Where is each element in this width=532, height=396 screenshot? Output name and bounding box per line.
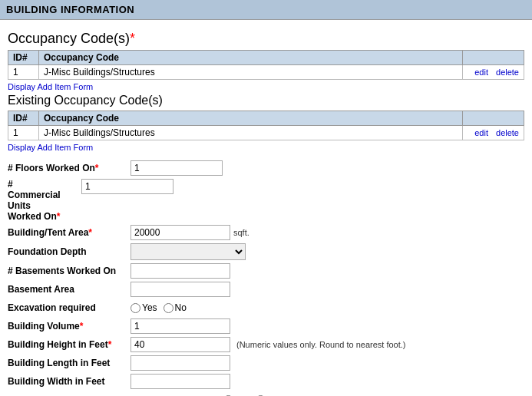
floors-worked-on-row: # Floors Worked On* xyxy=(8,160,524,176)
building-volume-label: Building Volume* xyxy=(8,321,131,332)
basements-worked-on-row: # Basements Worked On xyxy=(8,263,524,279)
existing-col-actions xyxy=(463,111,524,126)
building-tent-area-unit: sqft. xyxy=(233,228,249,237)
building-height-input[interactable] xyxy=(131,337,230,352)
page-header: BUILDING INFORMATION xyxy=(0,0,532,20)
basements-worked-on-label: # Basements Worked On xyxy=(8,266,131,276)
excavation-no-label: No xyxy=(175,302,187,313)
occupancy-add-link-container: Display Add Item Form xyxy=(8,81,524,92)
occupancy-table-row: 1 J-Misc Buildings/Structures edit delet… xyxy=(8,65,524,80)
basement-area-input[interactable] xyxy=(131,282,230,297)
existing-add-item-link[interactable]: Display Add Item Form xyxy=(8,143,93,152)
building-width-label: Building Width in Feet xyxy=(8,376,131,387)
building-volume-input[interactable] xyxy=(131,318,230,334)
building-tent-area-label: Building/Tent Area* xyxy=(8,227,131,238)
commercial-units-input[interactable] xyxy=(81,179,173,194)
commercial-label-line1: # xyxy=(8,179,61,190)
building-volume-row: Building Volume* xyxy=(8,318,524,334)
existing-col-id: ID# xyxy=(8,111,39,126)
occupancy-section-title: Occupancy Code(s)* xyxy=(8,31,524,47)
occupancy-col-id: ID# xyxy=(8,51,39,65)
existing-occupancy-table-row: 1 J-Misc Buildings/Structures edit delet… xyxy=(8,126,524,140)
basement-area-row: Basement Area xyxy=(8,282,524,297)
occupancy-add-item-link[interactable]: Display Add Item Form xyxy=(8,82,93,91)
existing-add-link-container: Display Add Item Form xyxy=(8,142,524,153)
existing-col-code: Occupancy Code xyxy=(39,111,463,126)
floors-worked-on-input[interactable] xyxy=(131,160,223,176)
existing-occupancy-section-title: Existing Occupancy Code(s) xyxy=(8,94,524,107)
building-height-row: Building Height in Feet* (Numeric values… xyxy=(8,337,524,352)
foundation-depth-select[interactable] xyxy=(131,243,246,260)
building-length-input[interactable] xyxy=(131,355,230,371)
occupancy-table: ID# Occupancy Code 1 J-Misc Buildings/St… xyxy=(8,50,524,80)
excavation-required-label: Excavation required xyxy=(8,302,131,313)
existing-row-code: J-Misc Buildings/Structures xyxy=(39,126,463,140)
building-height-hint: (Numeric values only. Round to nearest f… xyxy=(236,340,406,349)
occupancy-edit-link[interactable]: edit xyxy=(474,68,488,77)
existing-occupancy-table: ID# Occupancy Code 1 J-Misc Buildings/St… xyxy=(8,111,524,140)
existing-row-actions: edit delete xyxy=(463,126,524,140)
commercial-units-label-block: # Commercial Units Worked On* xyxy=(8,179,77,222)
building-length-row: Building Length in Feet xyxy=(8,355,524,371)
existing-row-id: 1 xyxy=(8,126,39,140)
excavation-yes-radio[interactable] xyxy=(131,303,140,313)
occupancy-row-code: J-Misc Buildings/Structures xyxy=(39,65,463,80)
occupancy-delete-link[interactable]: delete xyxy=(496,68,519,77)
building-length-label: Building Length in Feet xyxy=(8,358,131,368)
excavation-yes-label: Yes xyxy=(142,302,157,313)
excavation-radio-group: Yes No xyxy=(131,302,191,313)
excavation-no-radio[interactable] xyxy=(164,303,173,313)
foundation-depth-row: Foundation Depth xyxy=(8,243,524,260)
excavation-required-row: Excavation required Yes No xyxy=(8,300,524,315)
building-tent-area-row: Building/Tent Area* sqft. xyxy=(8,225,524,240)
building-width-row: Building Width in Feet xyxy=(8,374,524,389)
commercial-label-line2: Commercial xyxy=(8,190,61,200)
commercial-label-line3: Units xyxy=(8,200,61,211)
occupancy-col-actions xyxy=(463,51,524,65)
building-tent-area-input[interactable] xyxy=(131,225,230,240)
basements-worked-on-input[interactable] xyxy=(131,263,230,279)
building-height-label: Building Height in Feet* xyxy=(8,339,131,350)
wind-turbine-row: Does project include addition of a wind … xyxy=(8,392,524,396)
existing-edit-link[interactable]: edit xyxy=(474,128,488,137)
occupancy-row-id: 1 xyxy=(8,65,39,80)
occupancy-col-code: Occupancy Code xyxy=(39,51,463,65)
floors-worked-on-label: # Floors Worked On* xyxy=(8,163,131,173)
commercial-units-row: # Commercial Units Worked On* xyxy=(8,179,524,222)
occupancy-row-actions: edit delete xyxy=(463,65,524,80)
commercial-label-line4: Worked On* xyxy=(8,211,61,222)
basement-area-label: Basement Area xyxy=(8,284,131,295)
foundation-depth-label: Foundation Depth xyxy=(8,246,131,257)
existing-delete-link[interactable]: delete xyxy=(496,128,519,137)
building-width-input[interactable] xyxy=(131,374,230,389)
